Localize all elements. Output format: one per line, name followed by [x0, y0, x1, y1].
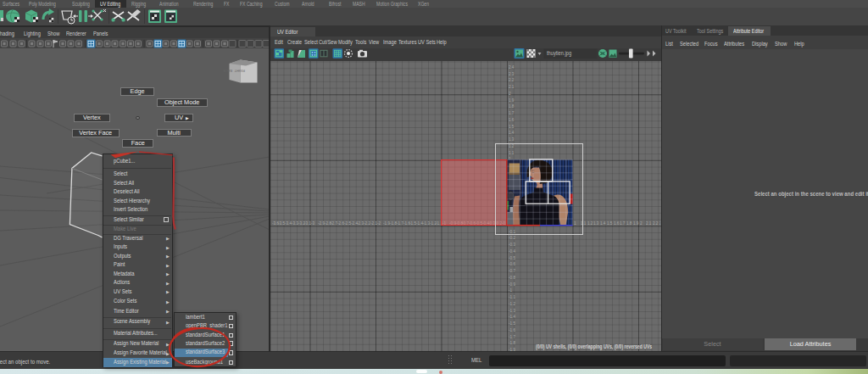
svg-text:BACK: BACK: [223, 69, 232, 73]
svg-text:RIGHT: RIGHT: [234, 69, 245, 73]
svg-text:36: 36: [600, 52, 605, 56]
